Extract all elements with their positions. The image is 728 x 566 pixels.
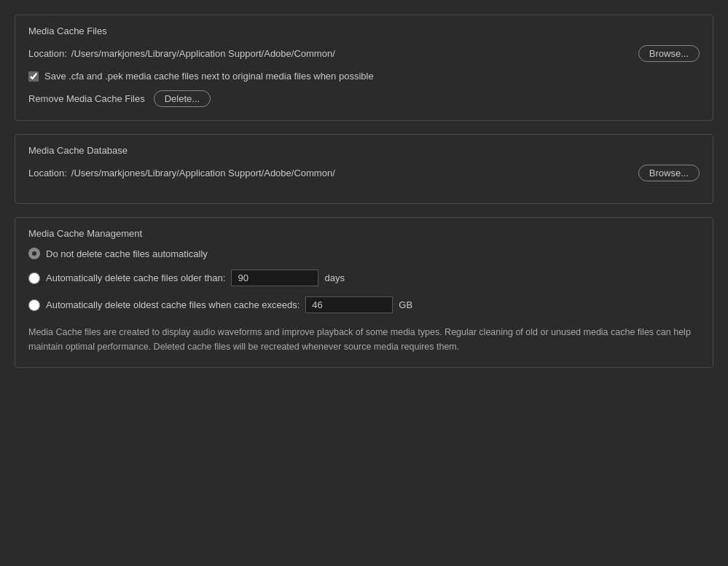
radio-selected-icon [28,248,40,259]
remove-media-cache-label: Remove Media Cache Files [28,93,145,104]
media-cache-files-title: Media Cache Files [28,25,700,36]
radio2-input[interactable] [28,272,40,284]
delete-button[interactable]: Delete... [154,90,211,107]
days-input[interactable] [231,270,318,286]
radio3-input[interactable] [28,299,40,311]
media-cache-management-section: Media Cache Management Do not delete cac… [15,217,713,368]
media-cache-files-section: Media Cache Files Location: /Users/markj… [15,15,713,121]
radio-row-2: Automatically delete cache files older t… [28,270,700,286]
db-location-path: /Users/markjones/Library/Application Sup… [71,168,630,178]
radio-row-1: Do not delete cache files automatically [28,248,700,259]
location-path: /Users/markjones/Library/Application Sup… [71,48,630,59]
info-text: Media Cache files are created to display… [28,325,700,354]
browse-button-files[interactable]: Browse... [638,45,700,62]
save-cache-checkbox-row: Save .cfa and .pek media cache files nex… [28,71,700,82]
media-cache-database-section: Media Cache Database Location: /Users/ma… [15,134,713,204]
radio2-label: Automatically delete cache files older t… [46,272,225,283]
gb-unit: GB [399,299,412,310]
save-cache-checkbox[interactable] [28,71,39,82]
radio1-label: Do not delete cache files automatically [46,248,208,259]
media-cache-database-title: Media Cache Database [28,145,700,156]
location-label: Location: [28,48,67,59]
radio-row-3: Automatically delete oldest cache files … [28,296,700,313]
gb-input[interactable] [305,296,393,313]
save-cache-label: Save .cfa and .pek media cache files nex… [44,71,374,82]
media-cache-files-location-row: Location: /Users/markjones/Library/Appli… [28,45,700,62]
days-unit: days [324,272,344,283]
remove-media-cache-row: Remove Media Cache Files Delete... [28,90,700,107]
browse-button-database[interactable]: Browse... [638,165,700,181]
media-cache-management-title: Media Cache Management [28,228,700,239]
db-location-label: Location: [28,168,67,178]
radio3-label: Automatically delete oldest cache files … [46,299,300,310]
media-cache-database-location-row: Location: /Users/markjones/Library/Appli… [28,165,700,181]
